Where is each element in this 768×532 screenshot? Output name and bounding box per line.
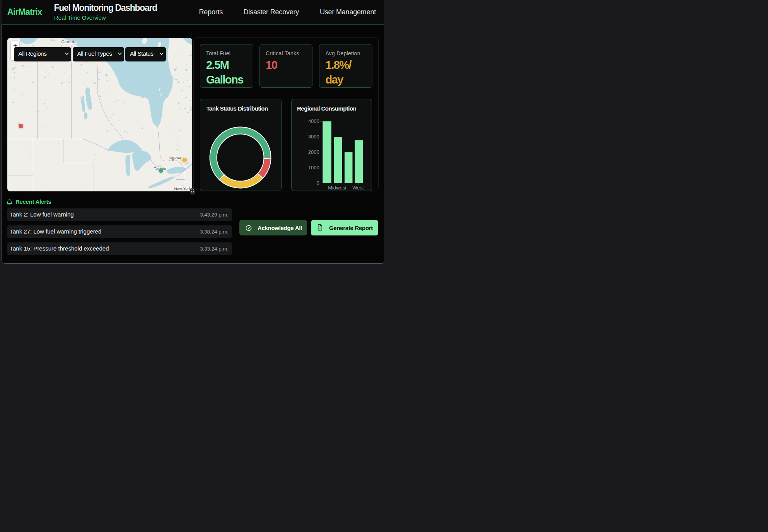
svg-text:Ottawa: Ottawa — [169, 156, 181, 160]
svg-text:New York: New York — [174, 186, 191, 190]
svg-text:0: 0 — [316, 180, 319, 186]
svg-text:Midwest: Midwest — [328, 185, 346, 190]
svg-text:West: West — [352, 185, 364, 190]
svg-text:4000: 4000 — [308, 118, 319, 124]
svg-text:3000: 3000 — [308, 134, 319, 140]
svg-text:1000: 1000 — [308, 165, 319, 171]
svg-text:Canada: Canada — [61, 39, 77, 44]
svg-text:2000: 2000 — [308, 149, 319, 155]
